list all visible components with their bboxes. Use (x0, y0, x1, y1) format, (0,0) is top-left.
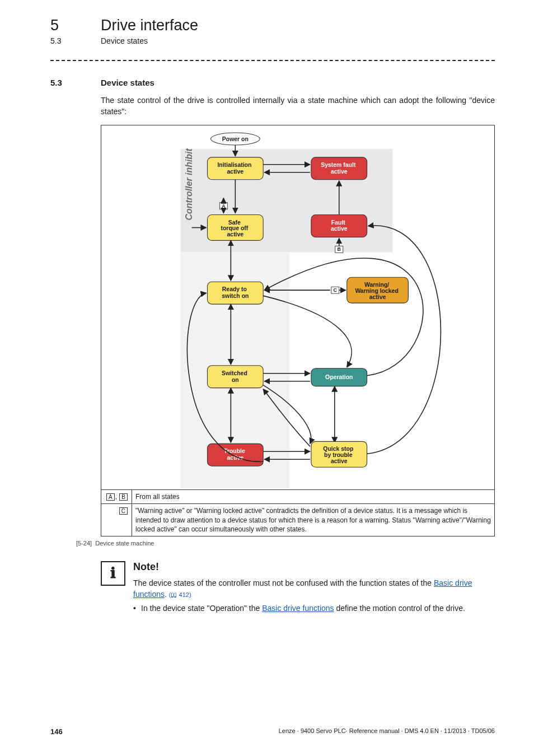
svg-text:B: B (338, 247, 341, 253)
figure-caption: [5-24] Device state machine (76, 540, 495, 547)
subchapter-number: 5.3 (50, 36, 101, 45)
section-intro: The state control of the drive is contro… (101, 95, 495, 117)
legend-table: A, B From all states C "Warning active" … (101, 489, 495, 536)
chapter-number: 5 (50, 17, 101, 34)
svg-text:Trouble
            active: Trouble active (224, 448, 247, 461)
subchapter-title: Device states (101, 36, 148, 45)
state-diagram: Controller inhibit Power on Initialisati… (101, 125, 495, 489)
divider (50, 60, 495, 61)
table-row: C "Warning active" or "Warning locked ac… (101, 504, 495, 536)
svg-text:Operation: Operation (325, 375, 353, 381)
note-title: Note! (133, 561, 495, 573)
power-on-label: Power on (222, 136, 249, 142)
svg-text:A: A (222, 203, 226, 209)
section-number: 5.3 (50, 78, 101, 87)
legend-ab-text: From all states (132, 490, 495, 504)
legend-c-text: "Warning active" or "Warning locked acti… (132, 504, 495, 536)
inhibit-label: Controller inhibit (184, 148, 194, 221)
info-icon: ℹ (101, 561, 125, 586)
link-basic-drive-functions-2[interactable]: Basic drive functions (262, 604, 334, 613)
footer-text: Lenze · 9400 Servo PLC· Reference manual… (279, 727, 495, 736)
state-diagram-svg: Controller inhibit Power on Initialisati… (108, 131, 488, 488)
page-number: 146 (50, 727, 63, 736)
svg-text:Ready to
            switch on: Ready to switch on (222, 286, 249, 299)
note-box: ℹ Note! The device states of the control… (101, 561, 495, 614)
svg-text:Fault
            active: Fault active (331, 219, 348, 232)
chapter-title: Drive interface (101, 17, 198, 34)
page-ref[interactable]: (🕮 412) (169, 591, 191, 598)
note-body: The device states of the controller must… (133, 577, 495, 614)
section-title: Device states (101, 78, 154, 87)
table-row: A, B From all states (101, 490, 495, 504)
svg-text:C: C (334, 287, 338, 293)
